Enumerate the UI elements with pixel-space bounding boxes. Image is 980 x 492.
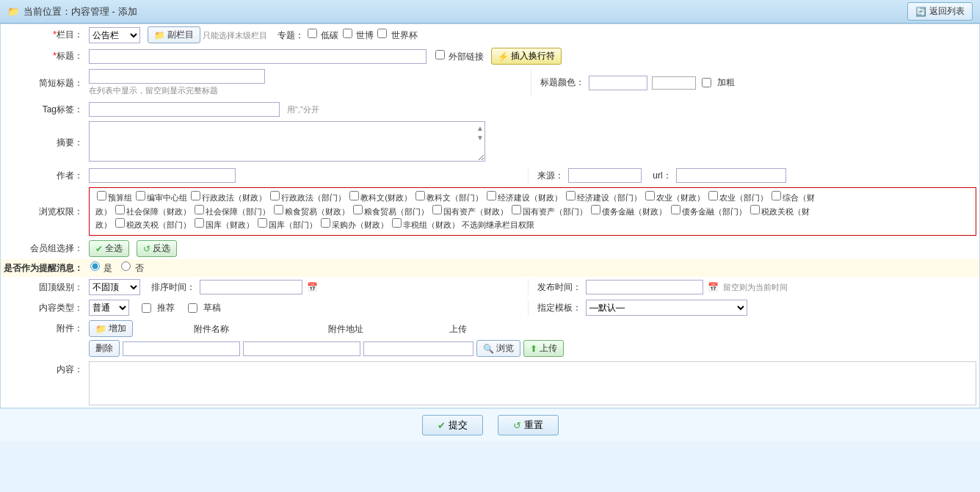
reminder-no-label: 否 <box>135 263 144 273</box>
reminder-content: 是 否 <box>86 259 979 277</box>
cb-state-assets-dept[interactable] <box>512 205 521 214</box>
attach-upload-input[interactable] <box>363 341 473 356</box>
browse-icon: 🔍 <box>483 344 494 354</box>
draft-checkbox[interactable] <box>188 303 197 313</box>
member-select-label: 会员组选择： <box>1 238 86 259</box>
cb-non-tax-finance[interactable] <box>392 218 402 228</box>
content-label: 内容： <box>1 359 86 408</box>
reset-button[interactable]: ↺ 重置 <box>498 415 559 435</box>
cb-grain-trade-dept[interactable] <box>353 205 363 214</box>
scroll-down-icon[interactable]: ▼ <box>476 134 484 142</box>
tag-label: Tag标签： <box>1 100 86 119</box>
cb-social-security-dept[interactable] <box>195 205 204 214</box>
sort-time-calendar-icon[interactable]: 📅 <box>307 282 318 292</box>
summary-content: ▲ ▼ <box>86 119 979 166</box>
insert-newline-btn[interactable]: ⚡ 插入换行符 <box>491 48 562 65</box>
select-all-btn[interactable]: ✔ 全选 <box>89 240 129 257</box>
topic-world-cup[interactable] <box>377 29 387 38</box>
topic-expo[interactable] <box>343 29 352 38</box>
content-editor-area[interactable] <box>89 361 976 405</box>
tag-input[interactable] <box>89 102 280 117</box>
title-input[interactable] <box>89 49 427 64</box>
return-button[interactable]: 🔄 返回列表 <box>907 2 973 21</box>
topic-low-carbon[interactable] <box>308 29 317 38</box>
attachment-label: 附件： <box>1 318 86 359</box>
cb-grain-trade-finance[interactable] <box>274 205 283 214</box>
add-attachment-btn[interactable]: 📁 增加 <box>89 320 133 337</box>
browse-btn[interactable]: 🔍 浏览 <box>476 340 520 357</box>
source-label: 来源： <box>537 170 564 182</box>
bold-checkbox[interactable] <box>702 78 711 87</box>
reminder-row: 是否作为提醒消息： 是 否 <box>1 259 979 277</box>
template-select[interactable]: —默认— <box>586 300 747 316</box>
sticky-select[interactable]: 不固顶 <box>89 279 140 295</box>
short-title-label: 简短标题： <box>1 67 86 100</box>
no-select-hint: 不选则继承栏目权限 <box>462 220 534 229</box>
author-input[interactable] <box>89 168 236 183</box>
folder-icon: 📁 <box>7 6 19 17</box>
cb-agri-finance[interactable] <box>645 191 655 200</box>
cb-procurement-finance[interactable] <box>321 218 330 228</box>
member-select-row: 会员组选择： ✔ 全选 ↺ 反选 <box>1 238 979 259</box>
cb-tax-dept[interactable] <box>115 218 125 228</box>
cb-audit-center[interactable] <box>136 191 145 200</box>
content-editor <box>86 359 979 408</box>
publish-time-input[interactable] <box>586 280 703 294</box>
browse-rights-box: 预算组 编审中心组 行政政法（财政） 行政政法（部门） 教科文(财政） 教科文（… <box>89 187 976 236</box>
external-link-checkbox[interactable] <box>435 50 445 59</box>
sort-time-input[interactable] <box>200 280 302 294</box>
short-title-input[interactable] <box>89 69 265 84</box>
title-label: *标题： <box>1 46 86 67</box>
cb-edu-sci-dept[interactable] <box>415 191 425 200</box>
sub-column-btn[interactable]: 📁 副栏目 <box>148 26 200 43</box>
cb-admin-law-finance[interactable] <box>191 191 200 200</box>
cb-treasury-finance[interactable] <box>195 218 204 228</box>
cb-tax-finance[interactable] <box>750 205 760 214</box>
tag-content: 用","分开 <box>86 100 979 119</box>
add-icon: 📁 <box>95 324 106 334</box>
template-label: 指定模板： <box>537 302 581 314</box>
source-input[interactable] <box>568 168 642 183</box>
cb-treasury-dept[interactable] <box>258 218 267 228</box>
attach-upload-col-header: 上传 <box>414 323 502 336</box>
url-input[interactable] <box>676 168 786 183</box>
attach-addr-input[interactable] <box>243 341 360 356</box>
column-content: 公告栏 📁 副栏目 只能选择末级栏目 专题： 低碳 世博 世界杯 <box>86 24 979 46</box>
cb-admin-law-dept[interactable] <box>270 191 280 200</box>
column-select[interactable]: 公告栏 <box>89 27 140 43</box>
reminder-yes-label: 是 <box>104 263 112 273</box>
cb-budget[interactable] <box>97 191 106 200</box>
scroll-up-icon[interactable]: ▲ <box>476 124 484 132</box>
bold-label: 加粗 <box>717 76 735 89</box>
cb-debt-dept[interactable] <box>671 205 680 214</box>
cb-econ-build-finance[interactable] <box>487 191 496 200</box>
cb-edu-sci-finance[interactable] <box>349 191 359 200</box>
invert-btn[interactable]: ↺ 反选 <box>137 240 177 257</box>
content-type-select[interactable]: 普通 <box>89 300 129 316</box>
select-all-icon: ✔ <box>95 244 103 254</box>
form-table: *栏目： 公告栏 📁 副栏目 只能选择末级栏目 专题： 低碳 世博 <box>1 24 979 408</box>
publish-time-calendar-icon[interactable]: 📅 <box>708 282 719 292</box>
content-type-template-row: 内容类型： 普通 推荐 草稿 指定模板： <box>1 297 979 318</box>
cb-state-assets-finance[interactable] <box>432 205 442 214</box>
cb-econ-build-dept[interactable] <box>566 191 576 200</box>
reminder-yes-radio[interactable] <box>90 261 100 271</box>
cb-agri-dept[interactable] <box>708 191 718 200</box>
rights-line3: 政） 税政关税（部门） 国库（财政） 国库（部门） 采购办（财政） 非税组（财政… <box>95 218 970 232</box>
submit-button[interactable]: ✔ 提交 <box>422 415 483 435</box>
attach-name-input[interactable] <box>123 341 240 356</box>
topic-world-cup-label: 世界杯 <box>391 30 418 40</box>
cb-social-security-finance[interactable] <box>115 205 125 214</box>
delete-attachment-btn[interactable]: 删除 <box>89 340 120 357</box>
cb-debt-finance[interactable] <box>591 205 600 214</box>
summary-textarea[interactable] <box>89 121 485 162</box>
upload-btn[interactable]: ⬆ 上传 <box>523 340 564 357</box>
recommend-checkbox[interactable] <box>142 303 151 313</box>
short-title-row: 简短标题： 在列表中显示，留空则显示完整标题 标题颜色： 加粗 <box>1 67 979 100</box>
cb-general-finance[interactable] <box>772 191 781 200</box>
reminder-no-radio[interactable] <box>121 261 131 271</box>
topic-label: 专题： <box>277 30 304 40</box>
recommend-label: 推荐 <box>157 302 175 314</box>
title-color-input[interactable] <box>589 76 647 90</box>
submit-icon: ✔ <box>438 420 446 431</box>
